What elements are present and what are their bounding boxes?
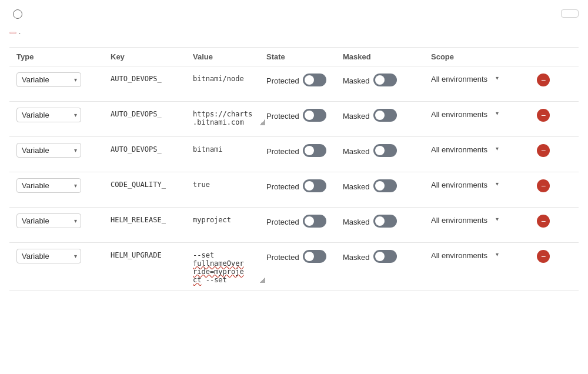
type-select[interactable]: Variable (16, 108, 81, 122)
scope-select[interactable]: All environments (431, 213, 499, 225)
state-toggle[interactable]: ✕ (303, 215, 326, 228)
state-cell: Protected✕ (266, 249, 343, 263)
state-cell: Protected✕ (266, 108, 343, 122)
scope-select-wrapper: All environments▾ (431, 108, 499, 119)
col-masked: Masked (343, 52, 431, 61)
masked-toggle[interactable]: ✕ (373, 179, 397, 192)
remove-button[interactable]: − (537, 250, 550, 263)
page-title (9, 9, 22, 19)
remove-cell: − (537, 249, 560, 263)
minus-icon: − (541, 216, 546, 226)
masked-toggle-wrapper: Masked✕ (343, 249, 397, 263)
type-cell: Variable▾ (16, 249, 111, 263)
scope-select[interactable]: All environments (431, 72, 499, 84)
table-row: Variable▾HELM_RELEASE_myprojectProtected… (9, 208, 579, 243)
masked-toggle-wrapper: Masked✕ (343, 72, 397, 86)
scope-select[interactable]: All environments (431, 178, 499, 189)
masked-toggle-wrapper: Masked✕ (343, 143, 397, 157)
variables-table: Variable▾AUTO_DEVOPS_bitnami/nodeProtect… (9, 66, 579, 290)
value-cell: myproject (193, 213, 266, 224)
value-cell: --setfullnameOverride=myproject --set (193, 249, 266, 284)
col-state: State (266, 52, 343, 61)
state-cell: Protected✕ (266, 72, 343, 86)
remove-button[interactable]: − (537, 215, 550, 228)
state-toggle[interactable]: ✕ (303, 179, 326, 192)
masked-cell: Masked✕ (343, 213, 431, 228)
masked-toggle-wrapper: Masked✕ (343, 213, 397, 228)
type-select[interactable]: Variable (16, 213, 81, 228)
col-actions (537, 52, 560, 61)
key-text: AUTO_DEVOPS_ (111, 143, 162, 153)
remove-button[interactable]: − (537, 144, 550, 157)
masked-cell: Masked✕ (343, 178, 431, 192)
type-select[interactable]: Variable (16, 143, 81, 158)
col-key: Key (111, 52, 193, 61)
state-toggle-wrapper: Protected✕ (266, 72, 326, 86)
key-cell: HELM_RELEASE_ (111, 213, 193, 224)
state-text: Protected (266, 145, 299, 156)
scope-select[interactable]: All environments (431, 143, 499, 154)
remove-button[interactable]: − (537, 179, 550, 192)
remove-button[interactable]: − (537, 109, 550, 122)
masked-toggle[interactable]: ✕ (373, 109, 397, 122)
masked-toggle[interactable]: ✕ (373, 215, 397, 228)
type-cell: Variable▾ (16, 213, 111, 228)
state-text: Protected (266, 251, 299, 262)
minus-icon: − (541, 252, 546, 261)
state-toggle-wrapper: Protected✕ (266, 108, 326, 122)
type-select-wrapper: Variable▾ (16, 178, 81, 193)
state-toggle[interactable]: ✕ (303, 109, 326, 122)
key-cell: AUTO_DEVOPS_ (111, 143, 193, 153)
state-toggle-wrapper: Protected✕ (266, 213, 326, 228)
state-toggle-wrapper: Protected✕ (266, 143, 326, 157)
remove-cell: − (537, 178, 560, 192)
resize-handle-icon (259, 119, 265, 125)
key-text: AUTO_DEVOPS_ (111, 108, 162, 118)
page-header (9, 9, 579, 19)
type-select[interactable]: Variable (16, 178, 81, 193)
masked-text: Masked (343, 251, 370, 262)
scope-select[interactable]: All environments (431, 108, 499, 119)
state-cell: Protected✕ (266, 213, 343, 228)
state-text: Protected (266, 74, 299, 85)
masked-toggle[interactable]: ✕ (373, 250, 397, 263)
table-row: Variable▾CODE_QUALITY_trueProtected✕Mask… (9, 172, 579, 208)
state-toggle[interactable]: ✕ (303, 74, 326, 86)
type-select-wrapper: Variable▾ (16, 108, 81, 122)
masked-cell: Masked✕ (343, 72, 431, 86)
scope-select[interactable]: All environments (431, 249, 499, 260)
scope-cell: All environments▾ (431, 72, 537, 84)
key-cell: HELM_UPGRADE (111, 249, 193, 259)
masked-toggle[interactable]: ✕ (373, 74, 397, 86)
help-icon[interactable] (13, 9, 22, 19)
value-cell: https://charts.bitnami.com (193, 108, 266, 126)
state-toggle[interactable]: ✕ (303, 144, 326, 157)
col-type: Type (16, 52, 111, 61)
value-text: --setfullnameOverride=myproject --set (193, 249, 262, 284)
remove-cell: − (537, 72, 560, 86)
collapse-button[interactable] (561, 9, 579, 18)
scope-cell: All environments▾ (431, 178, 537, 189)
type-select-wrapper: Variable▾ (16, 249, 81, 263)
scope-cell: All environments▾ (431, 249, 537, 260)
key-text: HELM_UPGRADE (111, 249, 162, 259)
state-text: Protected (266, 180, 299, 191)
type-select-wrapper: Variable▾ (16, 213, 81, 228)
minus-icon: − (541, 75, 546, 85)
key-cell: CODE_QUALITY_ (111, 178, 193, 189)
masked-toggle[interactable]: ✕ (373, 144, 397, 157)
value-text: myproject (193, 213, 262, 224)
value-cell: true (193, 178, 266, 189)
table-row: Variable▾AUTO_DEVOPS_bitnamiProtected✕Ma… (9, 137, 579, 172)
remove-button[interactable]: − (537, 74, 550, 86)
type-cell: Variable▾ (16, 178, 111, 193)
scope-select-wrapper: All environments▾ (431, 178, 499, 189)
scope-select-wrapper: All environments▾ (431, 72, 499, 84)
type-select-wrapper: Variable▾ (16, 72, 81, 87)
type-select-wrapper: Variable▾ (16, 143, 81, 158)
type-select[interactable]: Variable (16, 72, 81, 87)
masked-toggle-wrapper: Masked✕ (343, 178, 397, 192)
col-value: Value (193, 52, 266, 61)
type-select[interactable]: Variable (16, 249, 81, 263)
state-toggle[interactable]: ✕ (303, 250, 326, 263)
